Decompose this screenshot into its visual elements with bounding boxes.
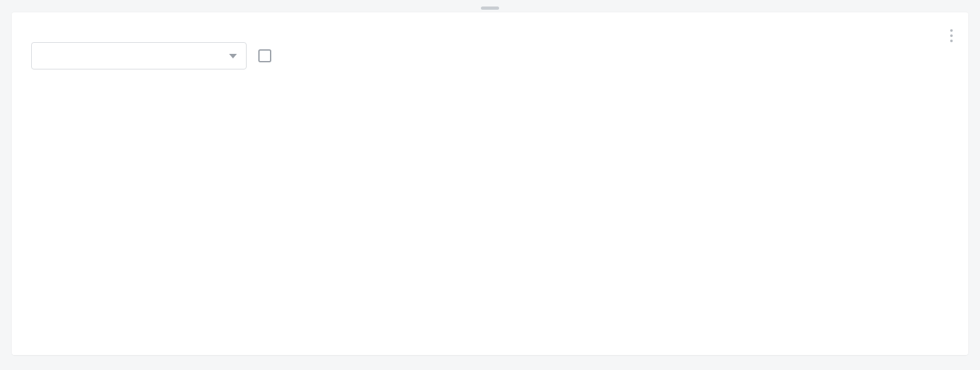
exclude-archived-checkbox[interactable] xyxy=(258,49,279,62)
card-menu-button[interactable] xyxy=(942,27,961,45)
drag-handle[interactable] xyxy=(481,6,499,10)
chart-svg xyxy=(299,92,961,299)
flows-conversions-card xyxy=(12,12,968,355)
chevron-down-icon xyxy=(229,54,237,58)
chart xyxy=(299,92,961,299)
controls-row xyxy=(31,42,949,69)
flows-select[interactable] xyxy=(31,42,247,69)
checkbox-icon xyxy=(258,49,271,62)
summary-panel xyxy=(31,92,284,299)
